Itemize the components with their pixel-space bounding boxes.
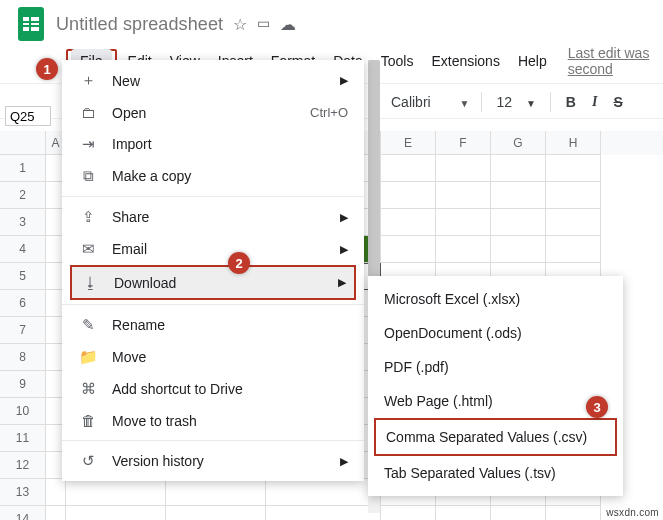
row-header[interactable]: 11 [0,425,46,452]
submenu-arrow-icon: ▶ [340,211,348,224]
chevron-down-icon: ▼ [526,98,536,109]
select-all-corner[interactable] [0,131,46,155]
menu-item-rename[interactable]: ✎ Rename [62,309,364,341]
move-folder-icon[interactable]: ▭ [257,15,270,34]
row-header[interactable]: 6 [0,290,46,317]
menu-item-share[interactable]: ⇪ Share ▶ [62,201,364,233]
column-header[interactable]: F [436,131,491,155]
submenu-item-html[interactable]: Web Page (.html) [368,384,623,418]
row-header[interactable]: 7 [0,317,46,344]
cell[interactable] [491,155,546,182]
cell[interactable] [436,209,491,236]
column-header[interactable]: G [491,131,546,155]
row-header[interactable]: 14 [0,506,46,520]
font-size-select[interactable]: 12 ▼ [492,94,539,110]
menu-item-move-trash[interactable]: 🗑 Move to trash [62,405,364,436]
italic-button[interactable]: I [587,94,602,110]
row-header[interactable]: 4 [0,236,46,263]
submenu-item-ods[interactable]: OpenDocument (.ods) [368,316,623,350]
menu-help[interactable]: Help [509,49,556,73]
cell[interactable] [491,209,546,236]
submenu-item-pdf[interactable]: PDF (.pdf) [368,350,623,384]
last-edit-link[interactable]: Last edit was second [568,45,663,77]
font-select[interactable]: Calibri ▼ [389,90,471,114]
menu-item-download[interactable]: ⭳ Download ▶ [72,267,354,298]
row-header[interactable]: 3 [0,209,46,236]
submenu-arrow-icon: ▶ [340,243,348,256]
strikethrough-button[interactable]: S [608,94,627,110]
cell[interactable] [436,236,491,263]
cell[interactable] [436,182,491,209]
cell[interactable] [491,236,546,263]
font-name: Calibri [391,94,431,110]
cloud-status-icon[interactable]: ☁ [280,15,296,34]
cell[interactable] [381,182,436,209]
row-header[interactable]: 13 [0,479,46,506]
cell[interactable] [381,506,436,520]
menu-separator [62,196,364,197]
scrollbar-thumb[interactable] [368,60,380,290]
cell[interactable] [436,155,491,182]
menu-extensions[interactable]: Extensions [422,49,508,73]
row-header[interactable]: 10 [0,398,46,425]
menu-item-open[interactable]: 🗀 Open Ctrl+O [62,97,364,128]
star-icon[interactable]: ☆ [233,15,247,34]
row-header[interactable]: 8 [0,344,46,371]
cell[interactable] [266,479,381,506]
cell[interactable] [381,155,436,182]
annotation-badge-3: 3 [586,396,608,418]
cell[interactable] [46,506,66,520]
share-icon: ⇪ [78,208,98,226]
cell[interactable] [436,506,491,520]
row-header[interactable]: 12 [0,452,46,479]
cell[interactable] [491,182,546,209]
row-header[interactable]: 2 [0,182,46,209]
submenu-arrow-icon: ▶ [340,74,348,87]
menu-item-email[interactable]: ✉ Email ▶ [62,233,364,265]
folder-icon: 🗀 [78,104,98,121]
row-header[interactable]: 9 [0,371,46,398]
cell[interactable] [546,155,601,182]
cell[interactable] [166,479,266,506]
cell[interactable] [491,506,546,520]
menu-item-import[interactable]: ⇥ Import [62,128,364,160]
cell[interactable] [381,236,436,263]
row-header[interactable]: 5 [0,263,46,290]
download-icon: ⭳ [80,274,100,291]
annotation-badge-1: 1 [36,58,58,80]
cell[interactable] [266,506,381,520]
submenu-item-tsv[interactable]: Tab Separated Values (.tsv) [368,456,623,490]
menu-item-new[interactable]: ＋ New ▶ [62,64,364,97]
download-submenu: Microsoft Excel (.xlsx) OpenDocument (.o… [368,276,623,496]
column-header[interactable]: E [381,131,436,155]
cell[interactable] [66,506,166,520]
cell[interactable] [381,209,436,236]
cell[interactable] [546,506,601,520]
sheets-logo-icon [18,7,44,41]
menu-item-add-shortcut[interactable]: ⌘ Add shortcut to Drive [62,373,364,405]
column-header[interactable]: H [546,131,601,155]
submenu-item-csv[interactable]: Comma Separated Values (.csv) [376,420,615,454]
separator [481,92,482,112]
menu-item-version-history[interactable]: ↺ Version history ▶ [62,445,364,477]
cell[interactable] [46,479,66,506]
separator [550,92,551,112]
submenu-item-xlsx[interactable]: Microsoft Excel (.xlsx) [368,282,623,316]
menu-item-move[interactable]: 📁 Move [62,341,364,373]
grid-row: 14 [0,506,663,520]
submenu-arrow-icon: ▶ [340,455,348,468]
annotation-highlight-download: ⭳ Download ▶ [70,265,356,300]
cell[interactable] [66,479,166,506]
cell[interactable] [546,209,601,236]
row-header[interactable]: 1 [0,155,46,182]
menu-item-make-copy[interactable]: ⧉ Make a copy [62,160,364,192]
bold-button[interactable]: B [561,94,581,110]
font-size-value: 12 [496,94,512,110]
pencil-icon: ✎ [78,316,98,334]
document-title[interactable]: Untitled spreadsheet [56,14,223,35]
cell[interactable] [546,236,601,263]
cell[interactable] [546,182,601,209]
watermark: wsxdn.com [606,507,659,518]
cell[interactable] [166,506,266,520]
name-box[interactable] [5,106,51,126]
